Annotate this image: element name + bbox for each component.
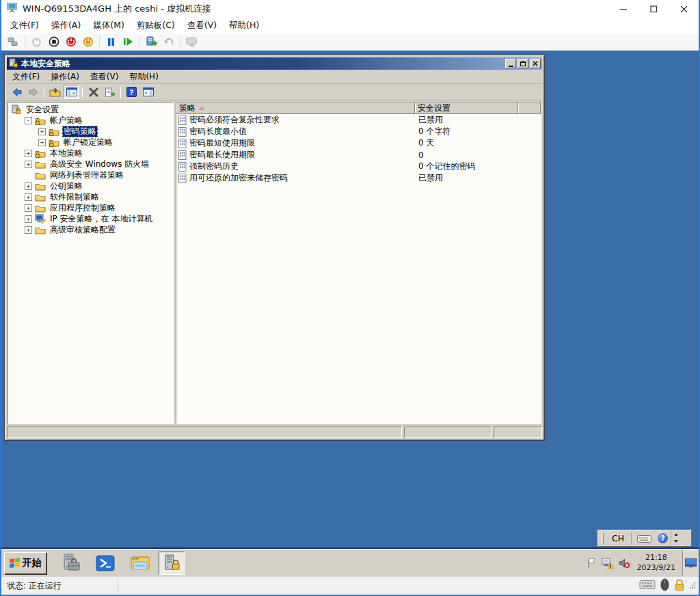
- menu-action[interactable]: 操作(A): [45, 18, 87, 33]
- back-button[interactable]: [9, 85, 25, 99]
- column-header-policy[interactable]: 策略: [176, 103, 415, 114]
- policy-name: 密码最短使用期限: [189, 137, 255, 149]
- tree-item-label: 本地策略: [49, 148, 84, 159]
- tree-expand-toggle[interactable]: +: [25, 215, 32, 223]
- start-button[interactable]: 开始: [4, 552, 46, 574]
- status-panel: [7, 426, 402, 438]
- mmc-menu-file[interactable]: 文件(F): [7, 70, 45, 84]
- enhanced-session-button[interactable]: [183, 34, 200, 49]
- mmc-titlebar[interactable]: 本地安全策略: [7, 57, 542, 70]
- tree-item-icon: [11, 105, 22, 114]
- checkpoint-button[interactable]: [143, 34, 160, 49]
- table-row[interactable]: 用可还原的加密来储存密码 已禁用: [176, 172, 541, 184]
- mmc-minimize-button[interactable]: [505, 59, 516, 68]
- tree-item-label: 密码策略: [62, 126, 98, 137]
- resize-grip[interactable]: [690, 581, 696, 591]
- language-bar-grip[interactable]: [602, 533, 604, 544]
- turn-off-button[interactable]: [62, 34, 79, 49]
- tree-item[interactable]: + 帐户锁定策略: [8, 137, 173, 148]
- resume-button[interactable]: [120, 34, 137, 49]
- tree-item[interactable]: 网络列表管理器策略: [8, 170, 173, 180]
- up-level-button[interactable]: [47, 85, 63, 99]
- tree-item[interactable]: + 应用程序控制策略: [8, 202, 173, 213]
- menu-file[interactable]: 文件(F): [4, 18, 45, 33]
- menu-media[interactable]: 媒体(M): [87, 18, 131, 33]
- policy-document-icon: [178, 127, 187, 137]
- show-desktop-button[interactable]: [682, 550, 699, 576]
- tree-item[interactable]: + 密码策略: [8, 126, 173, 137]
- start-vm-button[interactable]: [28, 34, 45, 49]
- toolbar-separator: [82, 87, 83, 98]
- close-button[interactable]: [669, 0, 699, 18]
- mmc-menu-action[interactable]: 操作(A): [45, 70, 85, 84]
- menu-help[interactable]: 帮助(H): [223, 18, 265, 33]
- policy-list-pane: 策略 安全设置 密码必须符合复杂性要求 已禁用 密码长度最小值 0 个字符: [176, 102, 541, 424]
- save-vm-button[interactable]: [45, 34, 62, 49]
- table-row[interactable]: 强制密码历史 0 个记住的密码: [176, 161, 541, 172]
- show-console-tree-button[interactable]: [64, 85, 79, 99]
- mmc-menu-view[interactable]: 查看(V): [85, 70, 124, 84]
- show-action-pane-button[interactable]: [140, 85, 156, 99]
- policy-name: 密码必须符合复杂性要求: [189, 114, 280, 126]
- forward-button[interactable]: [25, 85, 41, 99]
- menu-view[interactable]: 查看(V): [181, 18, 223, 33]
- taskbar-active-task-local-security-policy[interactable]: [159, 552, 185, 575]
- tree-item[interactable]: - 帐户策略: [8, 115, 173, 126]
- language-indicator[interactable]: CH: [607, 533, 629, 543]
- menu-clipboard[interactable]: 剪贴板(C): [131, 18, 181, 33]
- language-bar-options-icon[interactable]: [671, 530, 681, 546]
- delete-button[interactable]: [85, 85, 101, 99]
- volume-muted-icon[interactable]: [619, 558, 630, 569]
- powershell-icon[interactable]: [95, 553, 116, 573]
- tree-expand-toggle[interactable]: +: [25, 226, 32, 234]
- tree-expand-toggle[interactable]: +: [25, 150, 32, 157]
- policy-setting-value: 0 个字符: [415, 126, 450, 137]
- tree-item[interactable]: + 高级审核策略配置: [8, 224, 173, 235]
- tree-expand-toggle[interactable]: +: [38, 139, 46, 146]
- tree-item-label: 帐户策略: [49, 115, 84, 126]
- help-button[interactable]: ?: [124, 85, 139, 99]
- tree-expand-toggle[interactable]: +: [25, 182, 32, 190]
- tree-item[interactable]: + 高级安全 Windows 防火墙: [8, 159, 173, 170]
- tree-expand-toggle[interactable]: +: [25, 204, 32, 212]
- mmc-close-button[interactable]: [530, 59, 541, 68]
- table-row[interactable]: 密码最短使用期限 0 天: [176, 137, 541, 149]
- tree-item-icon: [35, 159, 46, 169]
- pause-button[interactable]: [103, 34, 120, 49]
- tree-item[interactable]: + 软件限制策略: [8, 191, 173, 202]
- tree-item[interactable]: + 公钥策略: [8, 180, 173, 191]
- export-list-button[interactable]: [102, 85, 118, 99]
- network-status-icon[interactable]: [602, 557, 614, 569]
- table-row[interactable]: 密码最长使用期限 0: [176, 149, 541, 161]
- windows-explorer-icon[interactable]: [130, 553, 150, 573]
- column-header-security-setting[interactable]: 安全设置: [415, 103, 518, 114]
- minimize-button[interactable]: [608, 0, 638, 18]
- keyboard-capture-icon[interactable]: [639, 579, 656, 593]
- policy-setting-value: 已禁用: [415, 114, 443, 126]
- tree-item-label: 高级审核策略配置: [49, 224, 117, 236]
- table-row[interactable]: 密码必须符合复杂性要求 已禁用: [176, 114, 541, 126]
- tree-item[interactable]: + 本地策略: [8, 148, 173, 159]
- maximize-button[interactable]: [638, 0, 669, 18]
- ctrl-alt-del-button[interactable]: [5, 34, 22, 49]
- keyboard-layout-icon[interactable]: [634, 534, 655, 543]
- language-bar-help-icon[interactable]: ?: [658, 533, 668, 543]
- tree-expand-toggle[interactable]: +: [25, 161, 32, 168]
- tree-item-label: 安全设置: [25, 104, 60, 116]
- tree-expand-toggle[interactable]: +: [38, 128, 46, 135]
- mouse-capture-icon[interactable]: [660, 578, 669, 593]
- tree-item-icon: [35, 148, 46, 158]
- mmc-menu-help[interactable]: 帮助(H): [124, 70, 163, 84]
- tree-item[interactable]: 安全设置: [8, 104, 173, 115]
- server-manager-icon[interactable]: [60, 553, 81, 573]
- mmc-maximize-button[interactable]: [517, 59, 528, 68]
- shut-down-button[interactable]: [79, 34, 96, 49]
- tree-expand-toggle[interactable]: -: [25, 117, 32, 124]
- status-panel: [494, 426, 542, 438]
- revert-button[interactable]: [160, 34, 177, 49]
- taskbar-clock[interactable]: 21:18 2023/9/21: [635, 553, 677, 573]
- action-center-flag-icon[interactable]: [587, 557, 597, 569]
- tree-item[interactable]: + IP 安全策略，在 本地计算机: [8, 213, 173, 224]
- tree-expand-toggle[interactable]: +: [25, 193, 32, 201]
- table-row[interactable]: 密码长度最小值 0 个字符: [176, 126, 541, 137]
